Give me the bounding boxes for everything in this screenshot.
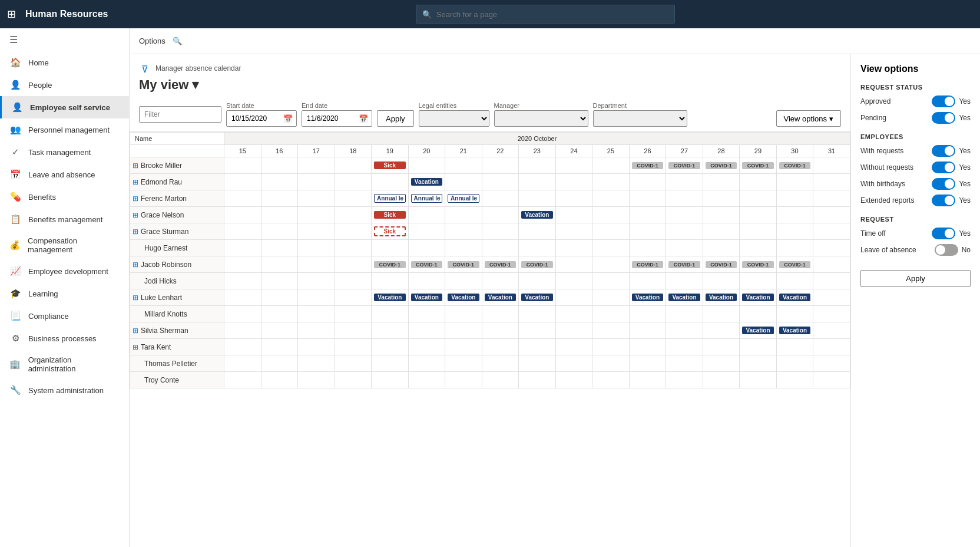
cell-Jacob-Robinson-24[interactable]	[555, 256, 592, 273]
cell-Edmond-Rau-27[interactable]	[666, 174, 703, 190]
cell-Jacob-Robinson-22[interactable]: COVID-1	[482, 256, 519, 273]
expand-icon[interactable]: ⊞	[133, 261, 138, 269]
extended-reports-toggle[interactable]	[932, 195, 955, 206]
cell-Grace-Nelson-23[interactable]: Vacation	[519, 207, 556, 223]
cell-Millard-Knotts-31[interactable]	[813, 306, 850, 322]
cell-Troy-Conte-24[interactable]	[555, 372, 592, 388]
cell-Jodi-Hicks-18[interactable]	[335, 273, 372, 289]
cell-Brooke-Miller-26[interactable]: COVID-1	[629, 157, 666, 174]
cell-Brooke-Miller-18[interactable]	[335, 157, 372, 174]
cell-Jacob-Robinson-26[interactable]: COVID-1	[629, 256, 666, 273]
cell-Brooke-Miller-25[interactable]	[592, 157, 630, 174]
cell-Grace-Nelson-20[interactable]	[408, 207, 445, 223]
cell-Hugo-Earnest-21[interactable]	[445, 240, 482, 256]
cell-Edmond-Rau-28[interactable]	[703, 174, 740, 190]
cell-Tara-Kent-23[interactable]	[519, 339, 556, 355]
expand-icon[interactable]: ⊞	[133, 195, 138, 203]
cell-Millard-Knotts-24[interactable]	[555, 306, 592, 322]
cell-Jodi-Hicks-19[interactable]	[372, 273, 409, 289]
sidebar-item-home[interactable]: 🏠Home	[0, 51, 129, 74]
cell-Edmond-Rau-17[interactable]	[298, 174, 335, 190]
cell-Jacob-Robinson-18[interactable]	[335, 256, 372, 273]
cell-Millard-Knotts-18[interactable]	[335, 306, 372, 322]
cell-Edmond-Rau-15[interactable]	[224, 174, 261, 190]
cell-Jodi-Hicks-26[interactable]	[629, 273, 666, 289]
cell-Jodi-Hicks-17[interactable]	[298, 273, 335, 289]
cell-Grace-Sturman-22[interactable]	[482, 223, 519, 240]
cell-Ferenc-Marton-20[interactable]: Annual le	[408, 190, 445, 207]
cell-Grace-Nelson-29[interactable]	[740, 207, 777, 223]
cell-Thomas-Pelletier-30[interactable]	[776, 355, 813, 372]
search-input[interactable]	[436, 10, 668, 19]
sidebar-item-personnel-management[interactable]: 👥Personnel management	[0, 118, 129, 141]
cell-Hugo-Earnest-24[interactable]	[555, 240, 592, 256]
cell-Jodi-Hicks-29[interactable]	[740, 273, 777, 289]
cell-Luke-Lenhart-27[interactable]: Vacation	[666, 289, 703, 306]
view-options-button[interactable]: View options ▾	[776, 110, 841, 127]
cell-Grace-Sturman-17[interactable]	[298, 223, 335, 240]
cell-Troy-Conte-19[interactable]	[372, 372, 409, 388]
cell-Troy-Conte-26[interactable]	[629, 372, 666, 388]
cell-Millard-Knotts-15[interactable]	[224, 306, 261, 322]
cell-Jodi-Hicks-22[interactable]	[482, 273, 519, 289]
cell-Hugo-Earnest-31[interactable]	[813, 240, 850, 256]
cell-Grace-Nelson-28[interactable]	[703, 207, 740, 223]
sidebar-item-system-administration[interactable]: 🔧System administration	[0, 379, 129, 401]
cell-Jodi-Hicks-28[interactable]	[703, 273, 740, 289]
cell-Edmond-Rau-19[interactable]	[372, 174, 409, 190]
cell-Hugo-Earnest-29[interactable]	[740, 240, 777, 256]
cell-Hugo-Earnest-25[interactable]	[592, 240, 630, 256]
cell-Hugo-Earnest-23[interactable]	[519, 240, 556, 256]
cell-Ferenc-Marton-30[interactable]	[776, 190, 813, 207]
cell-Tara-Kent-31[interactable]	[813, 339, 850, 355]
cell-Jacob-Robinson-28[interactable]: COVID-1	[703, 256, 740, 273]
cell-Edmond-Rau-21[interactable]	[445, 174, 482, 190]
cell-Millard-Knotts-20[interactable]	[408, 306, 445, 322]
cell-Grace-Nelson-31[interactable]	[813, 207, 850, 223]
cell-Thomas-Pelletier-15[interactable]	[224, 355, 261, 372]
cell-Millard-Knotts-23[interactable]	[519, 306, 556, 322]
cell-Brooke-Miller-19[interactable]: Sick	[372, 157, 409, 174]
cell-Millard-Knotts-25[interactable]	[592, 306, 630, 322]
cell-Hugo-Earnest-28[interactable]	[703, 240, 740, 256]
cell-Grace-Sturman-27[interactable]	[666, 223, 703, 240]
cell-Jacob-Robinson-23[interactable]: COVID-1	[519, 256, 556, 273]
cell-Brooke-Miller-30[interactable]: COVID-1	[776, 157, 813, 174]
sidebar-item-learning[interactable]: 🎓Learning	[0, 282, 129, 305]
cell-Troy-Conte-30[interactable]	[776, 372, 813, 388]
cell-Brooke-Miller-29[interactable]: COVID-1	[740, 157, 777, 174]
cell-Grace-Nelson-30[interactable]	[776, 207, 813, 223]
cell-Edmond-Rau-30[interactable]	[776, 174, 813, 190]
cell-Edmond-Rau-22[interactable]	[482, 174, 519, 190]
expand-icon[interactable]: ⊞	[133, 228, 138, 236]
filter-input[interactable]	[139, 106, 221, 123]
cell-Grace-Sturman-19[interactable]: Sick	[372, 223, 409, 240]
cell-Thomas-Pelletier-23[interactable]	[519, 355, 556, 372]
cell-Jacob-Robinson-17[interactable]	[298, 256, 335, 273]
cell-Hugo-Earnest-30[interactable]	[776, 240, 813, 256]
cell-Grace-Sturman-25[interactable]	[592, 223, 630, 240]
approved-toggle[interactable]	[932, 95, 955, 107]
cell-Grace-Sturman-28[interactable]	[703, 223, 740, 240]
cell-Millard-Knotts-30[interactable]	[776, 306, 813, 322]
cell-Tara-Kent-25[interactable]	[592, 339, 630, 355]
cell-Troy-Conte-28[interactable]	[703, 372, 740, 388]
cell-Hugo-Earnest-26[interactable]	[629, 240, 666, 256]
cell-Hugo-Earnest-22[interactable]	[482, 240, 519, 256]
time-off-toggle[interactable]	[932, 228, 955, 239]
cell-Millard-Knotts-19[interactable]	[372, 306, 409, 322]
cell-Grace-Nelson-26[interactable]	[629, 207, 666, 223]
view-title-button[interactable]: My view ▾	[139, 77, 841, 93]
cell-Grace-Sturman-26[interactable]	[629, 223, 666, 240]
filter-icon[interactable]: ⊽	[139, 61, 151, 77]
cell-Thomas-Pelletier-18[interactable]	[335, 355, 372, 372]
cell-Grace-Nelson-27[interactable]	[666, 207, 703, 223]
cell-Tara-Kent-29[interactable]	[740, 339, 777, 355]
cell-Grace-Sturman-30[interactable]	[776, 223, 813, 240]
cell-Luke-Lenhart-30[interactable]: Vacation	[776, 289, 813, 306]
cell-Tara-Kent-22[interactable]	[482, 339, 519, 355]
sidebar-item-employee-development[interactable]: 📈Employee development	[0, 260, 129, 282]
cell-Grace-Sturman-15[interactable]	[224, 223, 261, 240]
cell-Tara-Kent-16[interactable]	[261, 339, 298, 355]
apply-button[interactable]: Apply	[377, 110, 414, 127]
